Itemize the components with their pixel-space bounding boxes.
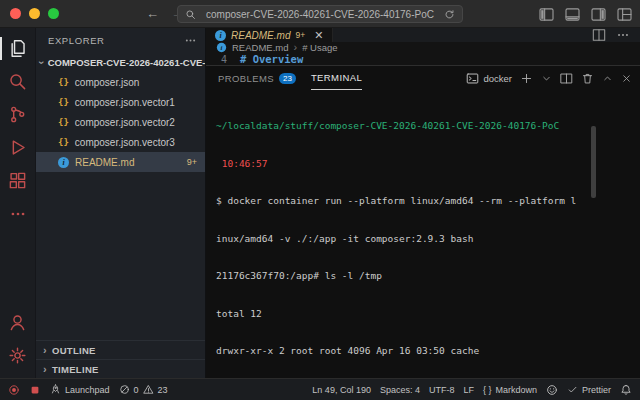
settings-gear-icon[interactable] — [2, 339, 34, 372]
file-label: composer.json.vector3 — [75, 137, 175, 148]
explorer-icon[interactable] — [2, 32, 34, 65]
maximize-panel-chevron-up-icon[interactable] — [602, 73, 613, 84]
tab-problems-badge: 9+ — [295, 30, 305, 40]
source-control-icon[interactable] — [2, 98, 34, 131]
language-label: Markdown — [495, 385, 537, 395]
close-window-button[interactable] — [10, 8, 21, 19]
file-label: composer.json.vector2 — [75, 117, 175, 128]
info-file-icon — [58, 157, 69, 168]
terminal-line: $ docker container run --platform linux/… — [216, 195, 640, 208]
terminal-line: 21176c367f70:/app# ls -l /tmp — [216, 270, 640, 283]
account-icon[interactable] — [2, 306, 34, 339]
active-terminal-chip[interactable]: docker — [466, 72, 512, 85]
formatter-label: Prettier — [582, 385, 611, 395]
sync-icon[interactable] — [444, 9, 455, 20]
record-icon[interactable] — [8, 384, 20, 396]
terminal-label: TERMINAL — [311, 72, 362, 83]
tab-terminal[interactable]: TERMINAL — [311, 66, 362, 90]
warning-triangle-icon — [143, 384, 154, 395]
indentation-status[interactable]: Spaces: 4 — [380, 385, 420, 395]
back-arrow-icon[interactable]: ← — [146, 5, 159, 23]
tab-label: README.md — [231, 30, 290, 41]
root-folder-label: COMPOSER-CVE-2026-40261-CVE-... — [48, 57, 205, 68]
vscode-window: ← → composer-CVE-2026-40261-CVE-2026-401… — [0, 0, 640, 400]
tree-item-readme-md[interactable]: README.md 9+ — [36, 152, 205, 172]
problems-count-badge: 9+ — [187, 157, 197, 167]
toggle-secondary-sidebar-icon[interactable] — [591, 8, 606, 21]
chevron-down-icon — [36, 60, 47, 64]
tab-readme-md[interactable]: README.md 9+ ✕ — [206, 28, 333, 42]
terminal-scrollbar[interactable] — [591, 126, 596, 198]
terminal-output[interactable]: ~/localdata/stuff/composer-CVE-2026-4026… — [206, 90, 640, 400]
terminal-name: docker — [483, 73, 512, 84]
outline-label: OUTLINE — [52, 345, 96, 356]
run-and-debug-icon[interactable] — [2, 131, 34, 164]
panel-header: PROBLEMS 23 TERMINAL docker — [206, 66, 640, 90]
explorer-more-icon[interactable] — [184, 34, 197, 47]
problems-count-badge: 23 — [279, 73, 296, 84]
timeline-section-header[interactable]: TIMELINE — [36, 359, 205, 378]
extensions-icon[interactable] — [2, 164, 34, 197]
stop-icon[interactable] — [29, 384, 41, 396]
explorer-header: EXPLORER — [36, 28, 205, 52]
breadcrumb-separator-icon: › — [293, 42, 297, 53]
terminal-line: total 12 — [216, 308, 640, 321]
launchpad-label: Launchpad — [65, 385, 110, 395]
timeline-label: TIMELINE — [52, 364, 99, 375]
status-bar-right: Ln 49, Col 190 Spaces: 4 UTF-8 LF { } Ma… — [312, 384, 632, 396]
terminal-icon — [466, 72, 479, 85]
tree-item-composer-json-vector1[interactable]: composer.json.vector1 — [36, 92, 205, 112]
chevron-right-icon — [43, 345, 47, 356]
json-file-icon — [58, 138, 69, 147]
more-icon[interactable] — [616, 28, 630, 42]
outline-section-header[interactable]: OUTLINE — [36, 340, 205, 359]
info-file-icon — [217, 43, 226, 52]
feedback-smiley-icon[interactable] — [546, 384, 558, 396]
encoding-status[interactable]: UTF-8 — [429, 385, 455, 395]
problems-status-item[interactable]: 0 23 — [119, 384, 168, 395]
breadcrumb-file[interactable]: README.md — [232, 42, 288, 53]
braces-icon: { } — [483, 385, 492, 395]
tab-problems[interactable]: PROBLEMS 23 — [218, 66, 296, 90]
formatter-status[interactable]: Prettier — [567, 384, 611, 395]
chevron-down-icon[interactable] — [541, 73, 552, 84]
search-icon[interactable] — [2, 65, 34, 98]
rocket-icon — [50, 384, 61, 395]
bottom-panel: PROBLEMS 23 TERMINAL docker — [206, 65, 640, 400]
minimize-window-button[interactable] — [29, 8, 40, 19]
panel-actions: docker — [466, 72, 632, 85]
editor-tab-bar: README.md 9+ ✕ — [206, 28, 640, 42]
tree-item-composer-json[interactable]: composer.json — [36, 72, 205, 92]
more-icon[interactable] — [2, 197, 34, 230]
terminal-line: 10:46:57 — [216, 158, 640, 171]
sidebar-sections: OUTLINE TIMELINE — [36, 340, 205, 378]
toggle-primary-sidebar-icon[interactable] — [539, 8, 554, 21]
toggle-panel-icon[interactable] — [565, 8, 580, 21]
language-mode-status[interactable]: { } Markdown — [483, 385, 537, 395]
breadcrumb-symbol[interactable]: # Usage — [302, 42, 337, 53]
explorer-sidebar: EXPLORER COMPOSER-CVE-2026-40261-CVE-...… — [36, 28, 206, 378]
eol-status[interactable]: LF — [463, 385, 474, 395]
editor-code-area[interactable]: 4 # Overview — [206, 53, 640, 65]
split-editor-icon[interactable] — [592, 28, 606, 42]
status-bar: Launchpad 0 23 Ln 49, Col 190 Spaces: 4 … — [0, 378, 640, 400]
zoom-window-button[interactable] — [48, 8, 59, 19]
split-terminal-icon[interactable] — [560, 72, 573, 85]
close-icon[interactable]: ✕ — [314, 30, 323, 41]
close-panel-icon[interactable] — [621, 73, 632, 84]
customize-layout-icon[interactable] — [617, 8, 632, 21]
breadcrumb: README.md › # Usage — [206, 42, 640, 53]
window-title: composer-CVE-2026-40261-CVE-2026-40176-P… — [202, 9, 438, 20]
editor-actions — [592, 28, 640, 42]
tree-root-folder[interactable]: COMPOSER-CVE-2026-40261-CVE-... — [36, 52, 205, 72]
tree-item-composer-json-vector2[interactable]: composer.json.vector2 — [36, 112, 205, 132]
kill-terminal-trash-icon[interactable] — [581, 72, 594, 85]
command-center[interactable]: composer-CVE-2026-40261-CVE-2026-40176-P… — [177, 5, 463, 23]
chevron-right-icon — [43, 364, 47, 375]
tree-item-composer-json-vector3[interactable]: composer.json.vector3 — [36, 132, 205, 152]
title-bar: ← → composer-CVE-2026-40261-CVE-2026-401… — [0, 0, 640, 28]
notifications-bell-icon[interactable] — [620, 384, 632, 396]
new-terminal-plus-icon[interactable] — [520, 72, 533, 85]
launchpad-status-item[interactable]: Launchpad — [50, 384, 110, 395]
cursor-position-status[interactable]: Ln 49, Col 190 — [312, 385, 371, 395]
